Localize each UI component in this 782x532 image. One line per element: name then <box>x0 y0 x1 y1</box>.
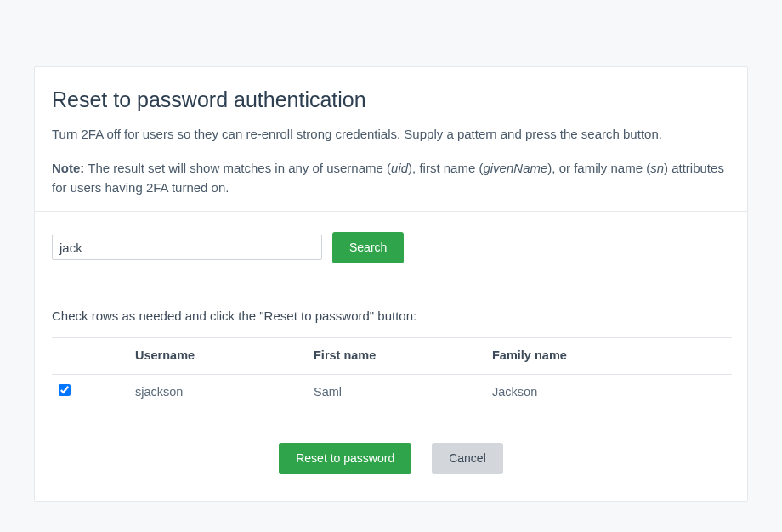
results-intro: Check rows as needed and click the "Rese… <box>52 307 730 326</box>
search-block: Search <box>35 212 747 286</box>
search-button[interactable]: Search <box>332 232 404 263</box>
table-row: sjackson Saml Jackson <box>52 375 732 410</box>
note-text-2: ), first name ( <box>408 161 483 175</box>
note-attr-uid: uid <box>391 161 408 175</box>
cell-first-name: Saml <box>307 375 485 410</box>
column-header-first-name: First name <box>307 338 485 375</box>
note-paragraph: Note: The result set will show matches i… <box>52 159 730 197</box>
cell-family-name: Jackson <box>485 375 732 410</box>
page-description: Turn 2FA off for users so they can re-en… <box>52 125 730 144</box>
row-checkbox[interactable] <box>59 384 71 396</box>
note-attr-sn: sn <box>650 161 664 175</box>
cell-username: sjackson <box>128 375 307 410</box>
results-table: Username First name Family name sjackson… <box>52 337 732 410</box>
note-label: Note: <box>52 161 84 175</box>
column-header-username: Username <box>128 338 307 375</box>
search-input[interactable] <box>52 235 322 260</box>
note-text-3: ), or family name ( <box>547 161 650 175</box>
action-button-row: Reset to password Cancel <box>52 443 730 474</box>
cancel-button[interactable]: Cancel <box>432 443 503 474</box>
results-block: Check rows as needed and click the "Rese… <box>35 286 747 501</box>
column-header-family-name: Family name <box>485 338 732 375</box>
page-title: Reset to password authentication <box>52 84 730 116</box>
reset-to-password-button[interactable]: Reset to password <box>279 443 411 474</box>
column-header-checkbox <box>52 338 128 375</box>
note-text-1: The result set will show matches in any … <box>84 161 391 175</box>
note-attr-givenname: givenName <box>483 161 547 175</box>
header-block: Reset to password authentication Turn 2F… <box>35 67 747 212</box>
admin-card: Reset to password authentication Turn 2F… <box>34 66 748 502</box>
